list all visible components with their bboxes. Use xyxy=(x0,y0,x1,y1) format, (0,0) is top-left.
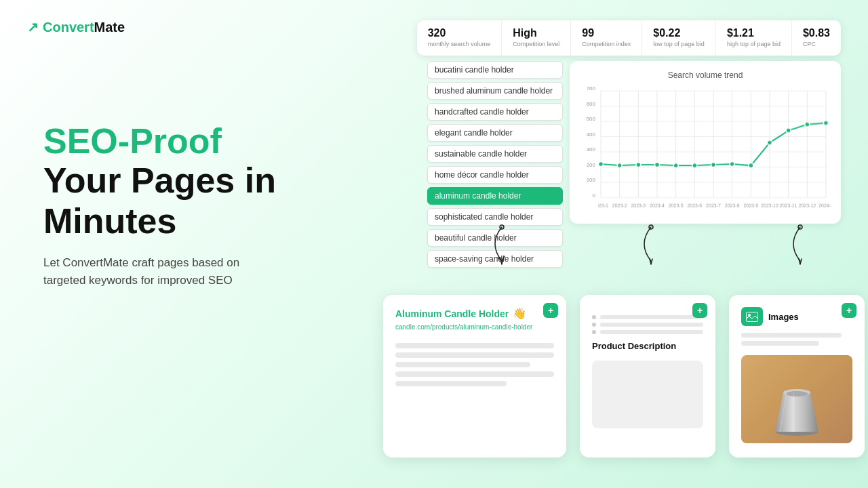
stat-item: 99Competition index xyxy=(571,20,642,56)
card-line xyxy=(395,381,507,386)
stat-item: $0.22low top of page bid xyxy=(642,20,716,56)
y-label: 0 xyxy=(593,192,595,199)
y-label: 300 xyxy=(587,146,595,152)
hero-section: SEO-Proof Your Pages in Minutes Let Conv… xyxy=(43,122,369,289)
hero-line2: Your Pages in Minutes xyxy=(43,161,369,242)
svg-point-4 xyxy=(748,314,751,317)
hero-subtitle: Let ConvertMate craft pages based ontarg… xyxy=(43,254,369,290)
chart-y-axis: 7006005004003002001000 xyxy=(579,85,595,211)
card-page-lines xyxy=(395,343,554,386)
candle-product-image xyxy=(741,355,852,443)
stat-label: high top of page bid xyxy=(727,41,781,49)
arrow-2 xyxy=(631,224,671,285)
stat-label: monthly search volume xyxy=(428,41,491,49)
card-images-title: Images xyxy=(768,312,799,322)
chart-title: Search volume trend xyxy=(579,70,831,80)
stat-value: $0.22 xyxy=(653,27,705,39)
keyword-item[interactable]: elegant candle holder xyxy=(427,124,563,142)
stat-value: High xyxy=(513,27,559,39)
stat-item: 320monthly search volume xyxy=(417,20,502,56)
card-page-plus[interactable]: + xyxy=(543,303,558,318)
card-page-url: candle.com/products/aluminum-candle-hold… xyxy=(395,323,554,332)
cards-row: Aluminum Candle Holder 👋 candle.com/prod… xyxy=(383,295,865,458)
card-images: Images + xyxy=(729,295,865,458)
y-label: 400 xyxy=(587,131,595,138)
stat-value: $1.21 xyxy=(727,27,781,39)
stats-bar: 320monthly search volumeHighCompetition … xyxy=(417,20,841,56)
card-desc-title: Product Description xyxy=(592,341,703,351)
card-desc-plus[interactable]: + xyxy=(692,303,707,318)
keyword-item[interactable]: bucatini candle holder xyxy=(427,61,563,79)
logo-text: ConvertMate xyxy=(43,20,125,35)
keyword-item[interactable]: sustainable candle holder xyxy=(427,145,563,163)
card-line xyxy=(395,343,554,348)
image-icon xyxy=(741,307,763,326)
card-line xyxy=(395,371,554,377)
card-images-plus[interactable]: + xyxy=(842,303,856,318)
desc-image-placeholder xyxy=(592,361,703,428)
y-label: 500 xyxy=(587,116,595,122)
y-label: 100 xyxy=(587,177,595,183)
stat-value: 99 xyxy=(582,27,631,39)
header: ↗ ConvertMate xyxy=(27,19,125,35)
y-label: 600 xyxy=(587,101,595,107)
chart-container: Search volume trend 70060050040030020010… xyxy=(570,61,841,224)
arrow-3 xyxy=(780,224,821,285)
keyword-item[interactable]: aluminum candle holder xyxy=(427,187,563,205)
card-line xyxy=(395,352,554,358)
card-description: + Product Description xyxy=(580,295,715,458)
arrows-row xyxy=(427,224,868,285)
stat-label: CPC xyxy=(803,41,830,49)
stat-label: low top of page bid xyxy=(653,41,705,49)
stat-value: $0.83 xyxy=(803,27,830,39)
hero-line1: SEO-Proof xyxy=(43,122,369,161)
stat-label: Competition index xyxy=(582,41,631,49)
card-images-header: Images xyxy=(741,307,852,326)
card-line xyxy=(395,362,530,367)
y-label: 200 xyxy=(587,162,595,168)
card-page: Aluminum Candle Holder 👋 candle.com/prod… xyxy=(383,295,566,458)
svg-point-7 xyxy=(786,391,808,396)
keyword-item[interactable]: handcrafted candle holder xyxy=(427,103,563,121)
stat-item: $0.83CPC xyxy=(792,20,841,56)
y-label: 700 xyxy=(587,85,595,92)
stat-item: HighCompetition level xyxy=(502,20,571,56)
stat-item: $1.21high top of page bid xyxy=(716,20,792,56)
keyword-item[interactable]: home décor candle holder xyxy=(427,166,563,184)
card-page-title: Aluminum Candle Holder 👋 xyxy=(395,307,554,320)
arrow-1 xyxy=(481,224,522,285)
desc-header-lines xyxy=(592,315,703,334)
keyword-item[interactable]: brushed aluminum candle holder xyxy=(427,82,563,100)
stat-value: 320 xyxy=(428,27,491,39)
stat-label: Competition level xyxy=(513,41,559,49)
logo-icon: ↗ xyxy=(27,19,39,35)
hand-icon: 👋 xyxy=(513,307,526,320)
